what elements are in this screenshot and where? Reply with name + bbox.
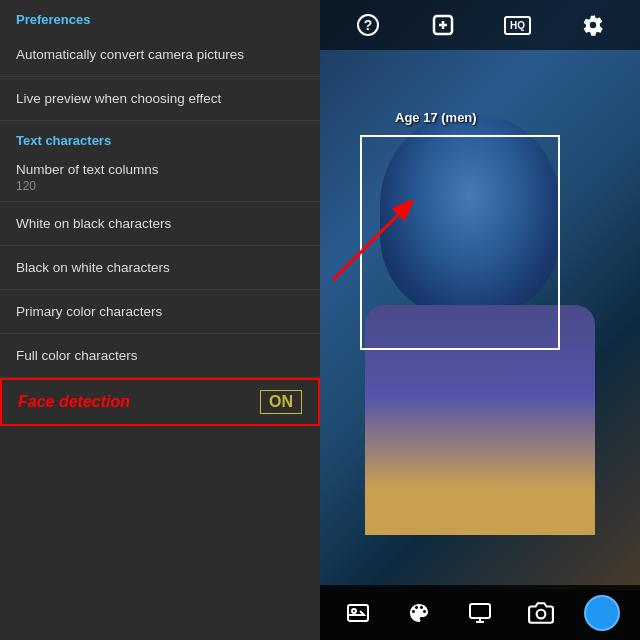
- preferences-header: Preferences: [0, 0, 320, 33]
- svg-rect-7: [348, 605, 368, 621]
- black-on-white-item[interactable]: Black on white characters: [0, 246, 320, 290]
- blue-mode-indicator: [584, 595, 620, 631]
- num-columns-label: Number of text columns: [16, 162, 159, 177]
- left-panel: Preferences Automatically convert camera…: [0, 0, 320, 640]
- top-toolbar: ? HQ: [320, 0, 640, 50]
- full-color-item[interactable]: Full color characters: [0, 334, 320, 378]
- text-characters-header: Text characters: [0, 121, 320, 154]
- live-preview-item[interactable]: Live preview when choosing effect: [0, 77, 320, 121]
- num-columns-item[interactable]: Number of text columns 120: [0, 154, 320, 202]
- primary-color-label: Primary color characters: [16, 304, 162, 319]
- gallery-icon[interactable]: [338, 593, 378, 633]
- mode-circle[interactable]: [582, 593, 622, 633]
- auto-convert-item[interactable]: Automatically convert camera pictures: [0, 33, 320, 77]
- svg-rect-9: [470, 604, 490, 618]
- white-on-black-item[interactable]: White on black characters: [0, 202, 320, 246]
- hq-badge: HQ: [504, 16, 531, 35]
- auto-convert-label: Automatically convert camera pictures: [16, 47, 244, 62]
- settings-icon[interactable]: [575, 7, 611, 43]
- palette-icon[interactable]: [399, 593, 439, 633]
- svg-text:?: ?: [363, 17, 372, 33]
- svg-point-12: [536, 609, 545, 618]
- primary-color-item[interactable]: Primary color characters: [0, 290, 320, 334]
- hq-icon[interactable]: HQ: [500, 7, 536, 43]
- face-detection-item[interactable]: Face detection ON: [0, 378, 320, 426]
- face-detection-label: Face detection: [18, 393, 260, 411]
- screen-icon[interactable]: [460, 593, 500, 633]
- face-detection-value: ON: [260, 390, 302, 414]
- help-icon[interactable]: ?: [350, 7, 386, 43]
- black-on-white-label: Black on white characters: [16, 260, 170, 275]
- svg-point-8: [352, 609, 356, 613]
- full-color-label: Full color characters: [16, 348, 138, 363]
- live-preview-label: Live preview when choosing effect: [16, 91, 221, 106]
- num-columns-value: 120: [16, 179, 304, 193]
- camera-view: Age 17 (men): [320, 0, 640, 590]
- add-icon[interactable]: [425, 7, 461, 43]
- right-panel: Age 17 (men) ?: [320, 0, 640, 640]
- arrow-indicator: [328, 200, 418, 290]
- svg-line-1: [333, 215, 398, 280]
- age-label: Age 17 (men): [395, 110, 477, 125]
- white-on-black-label: White on black characters: [16, 216, 171, 231]
- bottom-toolbar: [320, 585, 640, 640]
- camera-icon[interactable]: [521, 593, 561, 633]
